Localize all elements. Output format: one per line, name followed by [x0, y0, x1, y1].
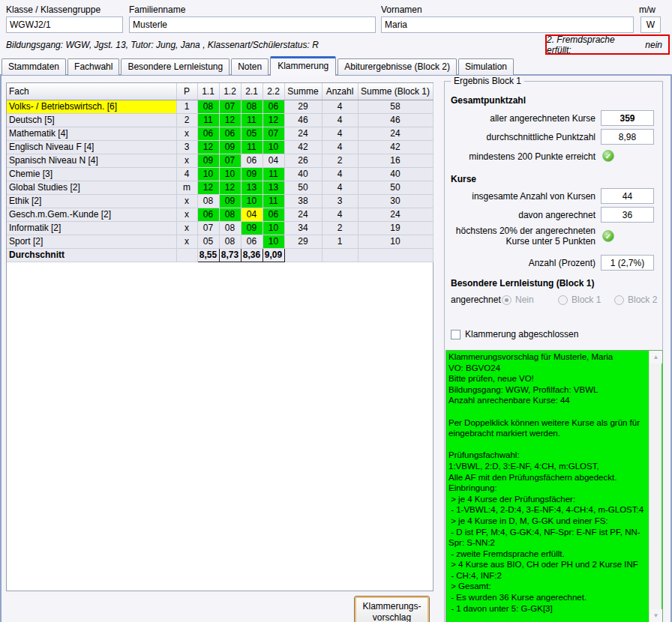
column-header: P: [176, 83, 197, 100]
grade-cell[interactable]: 06: [219, 127, 241, 140]
table-row[interactable]: Gesch.m.Gem.-Kunde [2]x0608040624424: [7, 208, 433, 221]
grade-cell[interactable]: 05: [197, 235, 219, 248]
grade-cell[interactable]: 11: [241, 113, 262, 127]
grade-cell[interactable]: 06: [262, 100, 284, 113]
bll-radio-block1: Block 1: [558, 295, 614, 305]
fach-cell[interactable]: Englisch Niveau F [4]: [7, 140, 176, 154]
grade-cell[interactable]: 09: [219, 194, 241, 208]
grade-cell[interactable]: 08: [197, 194, 219, 208]
klammerung-abgeschlossen-row[interactable]: Klammerung abgeschlossen: [451, 329, 578, 339]
table-row[interactable]: Spanisch Niveau N [4]x0907060426216: [7, 154, 433, 167]
fach-cell[interactable]: Chemie [3]: [7, 167, 176, 181]
tab-simulation[interactable]: Simulation: [458, 58, 514, 75]
familienname-input[interactable]: [129, 16, 376, 33]
grade-cell[interactable]: 08: [219, 208, 241, 221]
summe-cell: 46: [284, 113, 322, 127]
table-row[interactable]: Sport [2]x0508061029110: [7, 235, 433, 248]
grade-cell[interactable]: 07: [219, 100, 241, 113]
geschlecht-input[interactable]: [640, 16, 661, 33]
grade-cell[interactable]: 09: [241, 167, 262, 181]
tab-stammdaten[interactable]: Stammdaten: [2, 58, 66, 75]
klammerung-abgeschlossen-checkbox[interactable]: [451, 330, 460, 339]
grade-cell[interactable]: 13: [241, 181, 262, 194]
grade-cell[interactable]: 07: [262, 127, 284, 140]
klasse-input[interactable]: [6, 16, 123, 33]
fach-cell[interactable]: Global Studies [2]: [7, 181, 176, 194]
grade-cell[interactable]: 06: [197, 208, 219, 221]
anzahl-cell: 2: [322, 221, 358, 235]
table-row[interactable]: Global Studies [2]m1212131350450: [7, 181, 433, 194]
grades-panel: FachP1.11.22.12.2SummeAnzahlSumme (Block…: [6, 82, 434, 591]
grade-cell[interactable]: 10: [197, 167, 219, 181]
grade-cell[interactable]: 08: [241, 100, 262, 113]
bll-title: Besondere Lernleistung (Block 1): [451, 278, 594, 289]
grade-cell[interactable]: 10: [262, 140, 284, 154]
fach-cell[interactable]: Sport [2]: [7, 235, 176, 248]
grade-cell[interactable]: 11: [241, 140, 262, 154]
grade-cell[interactable]: 10: [262, 235, 284, 248]
grade-cell[interactable]: 10: [219, 167, 241, 181]
grade-cell[interactable]: 08: [219, 221, 241, 235]
table-row[interactable]: Informatik [2]x0708091034219: [7, 221, 433, 235]
fach-cell[interactable]: Deutsch [5]: [7, 113, 176, 127]
anzahl-cell: 3: [322, 194, 358, 208]
kurse-row1-value: 44: [601, 188, 654, 204]
grade-cell[interactable]: 10: [241, 194, 262, 208]
tab-bar: StammdatenFachwahlBesondere Lernleistung…: [2, 57, 515, 75]
grade-cell[interactable]: 06: [241, 154, 262, 167]
tab-besondere-lernleistung[interactable]: Besondere Lernleistung: [121, 58, 230, 75]
fach-cell[interactable]: Ethik [2]: [7, 194, 176, 208]
fach-cell[interactable]: Informatik [2]: [7, 221, 176, 235]
table-row[interactable]: Deutsch [5]21112111246446: [7, 113, 433, 127]
grade-cell[interactable]: 12: [262, 113, 284, 127]
scroll-up-icon[interactable]: ▲: [650, 351, 662, 363]
scroll-down-icon[interactable]: ▼: [650, 609, 662, 622]
table-row[interactable]: Volks- / Betriebswirtsch. [6]10807080629…: [7, 100, 433, 113]
tab-klammerung[interactable]: Klammerung: [270, 56, 336, 76]
grade-cell[interactable]: 12: [197, 181, 219, 194]
fach-cell[interactable]: Mathematik [4]: [7, 127, 176, 140]
fach-cell[interactable]: Spanisch Niveau N [4]: [7, 154, 176, 167]
tab-noten[interactable]: Noten: [231, 58, 268, 75]
grade-cell[interactable]: 08: [219, 235, 241, 248]
grade-cell[interactable]: 07: [219, 154, 241, 167]
vornamen-input[interactable]: [381, 16, 634, 33]
fach-cell[interactable]: Volks- / Betriebswirtsch. [6]: [7, 100, 176, 113]
grade-cell[interactable]: 12: [197, 140, 219, 154]
grade-cell[interactable]: 08: [197, 100, 219, 113]
grade-cell[interactable]: 04: [241, 208, 262, 221]
klammerungsvorschlag-textarea[interactable]: Klammerungsvorschlag für Musterle, Maria…: [446, 350, 663, 622]
grade-cell[interactable]: 13: [262, 181, 284, 194]
klammerungsvorschlag-button[interactable]: Klammerungs- vorschlag: [354, 596, 430, 622]
grade-cell[interactable]: 10: [262, 221, 284, 235]
grade-cell[interactable]: 06: [262, 208, 284, 221]
table-row[interactable]: Chemie [3]41010091140440: [7, 167, 433, 181]
tab-fachwahl[interactable]: Fachwahl: [68, 58, 119, 75]
grade-cell[interactable]: 09: [241, 221, 262, 235]
grade-cell[interactable]: 11: [197, 113, 219, 127]
tab-abiturergebnisse-block-2[interactable]: Abiturergebnisse (Block 2): [338, 58, 457, 75]
fach-cell[interactable]: Gesch.m.Gem.-Kunde [2]: [7, 208, 176, 221]
grade-cell[interactable]: 09: [219, 140, 241, 154]
grade-cell[interactable]: 11: [262, 167, 284, 181]
grade-cell[interactable]: 05: [241, 127, 262, 140]
grade-cell[interactable]: 04: [262, 154, 284, 167]
table-row[interactable]: Ethik [2]x0809101138330: [7, 194, 433, 208]
grade-cell[interactable]: 09: [197, 154, 219, 167]
grade-cell[interactable]: 06: [197, 127, 219, 140]
p-cell: x: [176, 127, 197, 140]
durchschnitt-value-cell: 8,36: [241, 248, 262, 262]
grade-cell[interactable]: 07: [197, 221, 219, 235]
column-header: 2.2: [262, 83, 284, 100]
table-row[interactable]: Englisch Niveau F [4]31209111042442: [7, 140, 433, 154]
bll-radio-block2: Block 2: [614, 295, 657, 305]
result-group-title: Ergebnis Block 1: [451, 76, 524, 86]
table-row[interactable]: Mathematik [4]x0606050724424: [7, 127, 433, 140]
geschlecht-label: m/w: [639, 4, 656, 15]
grade-cell[interactable]: 12: [219, 181, 241, 194]
block1-cell: [358, 248, 433, 262]
grade-cell[interactable]: 06: [241, 235, 262, 248]
grade-cell[interactable]: 11: [262, 194, 284, 208]
grade-cell[interactable]: 12: [219, 113, 241, 127]
suggestion-scrollbar[interactable]: ▲ ▼: [649, 351, 662, 622]
